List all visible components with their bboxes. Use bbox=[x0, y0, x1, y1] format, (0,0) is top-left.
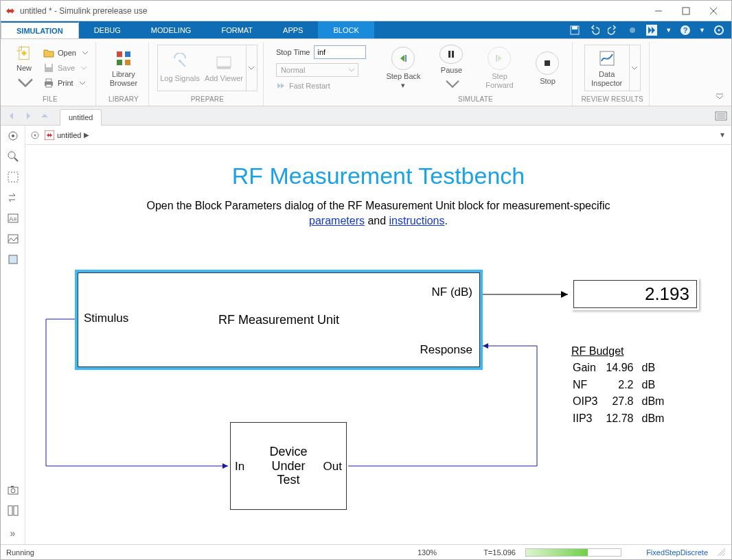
svg-text:A≡: A≡ bbox=[9, 215, 16, 222]
resize-grip-icon[interactable] bbox=[718, 548, 726, 557]
redo-icon[interactable] bbox=[608, 25, 619, 36]
svg-rect-28 bbox=[452, 51, 454, 58]
nav-back-button[interactable] bbox=[5, 109, 19, 123]
chevron-down-icon bbox=[82, 49, 89, 56]
stepforward-icon bbox=[494, 53, 505, 64]
status-solver[interactable]: FixedStepDiscrete bbox=[646, 548, 708, 557]
parameters-link[interactable]: parameters bbox=[309, 215, 365, 226]
model-tab[interactable]: untitled bbox=[60, 109, 102, 126]
svg-rect-2 bbox=[683, 8, 689, 14]
pin-icon[interactable] bbox=[31, 131, 39, 139]
stepfwd-label: Step Forward bbox=[480, 72, 518, 89]
nav-forward-button[interactable] bbox=[21, 109, 35, 123]
step-forward-button[interactable]: Step Forward bbox=[480, 45, 518, 91]
annotation-icon[interactable]: A≡ bbox=[7, 212, 19, 224]
display-block[interactable]: 2.193 bbox=[571, 278, 699, 310]
maximize-button[interactable] bbox=[672, 1, 700, 21]
fastrestart-icon bbox=[276, 81, 286, 91]
record-icon[interactable] bbox=[627, 25, 638, 36]
image-icon[interactable] bbox=[7, 233, 19, 245]
pause-button[interactable]: Pause bbox=[432, 45, 470, 91]
progress-bar bbox=[525, 548, 621, 557]
tab-apps[interactable]: APPS bbox=[268, 21, 318, 38]
tab-modeling[interactable]: MODELING bbox=[136, 21, 207, 38]
prepare-expand[interactable] bbox=[246, 45, 257, 91]
chevron-down-icon bbox=[348, 67, 355, 73]
log-signals-button[interactable]: Log Signals bbox=[158, 45, 202, 91]
statusbar: Running 130% T=15.096 FixedStepDiscrete bbox=[1, 544, 731, 559]
block-dut[interactable]: In Out Device Under Test bbox=[230, 422, 347, 510]
svg-rect-19 bbox=[125, 51, 130, 57]
fast-restart-button[interactable]: Fast Restart bbox=[276, 81, 330, 91]
block-name: RF Measurement Unit bbox=[78, 313, 479, 327]
minimize-button[interactable] bbox=[645, 1, 672, 21]
status-state: Running bbox=[6, 548, 34, 557]
block-rf-measurement-unit[interactable]: Stimulus NF (dB) Response RF Measurement… bbox=[78, 272, 480, 367]
tab-format[interactable]: FORMAT bbox=[206, 21, 268, 38]
group-review: Data Inspector REVIEW RESULTS bbox=[575, 42, 649, 106]
print-button[interactable]: Print bbox=[42, 76, 90, 90]
sim-mode-select[interactable]: Normal bbox=[276, 63, 358, 77]
window-title: untitled * - Simulink prerelease use bbox=[20, 6, 147, 16]
instructions-link[interactable]: instructions bbox=[389, 215, 445, 226]
app-icon bbox=[5, 5, 16, 16]
target-icon[interactable] bbox=[7, 130, 19, 142]
fit-icon[interactable] bbox=[7, 171, 19, 183]
add-viewer-button[interactable]: Add Viewer bbox=[202, 45, 246, 91]
nav-up-button[interactable] bbox=[38, 109, 52, 123]
fastforward-icon[interactable] bbox=[646, 25, 657, 36]
collapse-ribbon-icon[interactable] bbox=[715, 92, 724, 102]
stop-button[interactable]: Stop bbox=[528, 45, 567, 91]
group-file: New Open Save P bbox=[5, 42, 96, 106]
svg-point-47 bbox=[11, 489, 15, 493]
svg-rect-30 bbox=[545, 60, 550, 66]
stepback-label: Step Back ▾ bbox=[384, 72, 422, 89]
svg-rect-44 bbox=[8, 235, 18, 243]
save-icon bbox=[43, 62, 54, 73]
side-palette: A≡ » bbox=[1, 126, 25, 544]
svg-rect-24 bbox=[217, 57, 231, 67]
library-browser-button[interactable]: Library Browser bbox=[104, 45, 143, 91]
save-icon[interactable] bbox=[569, 25, 580, 36]
stop-icon bbox=[542, 58, 553, 69]
crumb-dropdown[interactable]: ▼ bbox=[719, 131, 726, 139]
undo-icon[interactable] bbox=[588, 25, 599, 36]
rf-budget-annotation: RF Budget Gain14.96dB NF2.2dB OIP327.8dB… bbox=[571, 344, 672, 428]
new-button[interactable]: New bbox=[10, 45, 38, 91]
chevron-down-icon bbox=[443, 76, 462, 91]
chevron-down-icon bbox=[79, 80, 86, 86]
camera-icon[interactable] bbox=[7, 484, 19, 496]
crumb-name[interactable]: untitled bbox=[57, 131, 81, 139]
open-button[interactable]: Open bbox=[42, 46, 90, 60]
tab-simulation[interactable]: SIMULATION bbox=[1, 21, 79, 38]
data-inspector-button[interactable]: Data Inspector bbox=[585, 45, 629, 91]
help-dropdown[interactable]: ▼ bbox=[699, 27, 705, 34]
svg-rect-45 bbox=[9, 255, 17, 264]
canvas[interactable]: RF Measurement Testbench Open the Block … bbox=[25, 145, 731, 544]
tab-block[interactable]: BLOCK bbox=[318, 21, 374, 38]
close-button[interactable] bbox=[700, 1, 727, 21]
group-library: Library Browser LIBRARY bbox=[99, 42, 149, 106]
review-expand[interactable] bbox=[629, 45, 640, 91]
port-nf: NF (dB) bbox=[432, 285, 473, 299]
port-response: Response bbox=[420, 343, 472, 357]
area-icon[interactable] bbox=[7, 253, 19, 266]
status-zoom[interactable]: 130% bbox=[418, 548, 437, 557]
qa-dropdown[interactable]: ▼ bbox=[665, 27, 672, 34]
preferences-icon[interactable] bbox=[713, 25, 724, 36]
svg-line-23 bbox=[180, 61, 185, 67]
ribbon: New Open Save P bbox=[1, 39, 731, 106]
tab-debug[interactable]: DEBUG bbox=[79, 21, 136, 38]
zoom-icon[interactable] bbox=[7, 150, 19, 163]
save-button[interactable]: Save bbox=[42, 61, 90, 75]
step-back-button[interactable]: Step Back ▾ bbox=[384, 45, 422, 91]
expand-palette-button[interactable]: » bbox=[10, 525, 16, 544]
keyboard-icon[interactable] bbox=[715, 111, 727, 121]
swap-icon[interactable] bbox=[7, 191, 19, 204]
crumb-expand-icon[interactable]: ▶ bbox=[84, 131, 89, 139]
stoptime-input[interactable] bbox=[314, 45, 366, 59]
svg-point-38 bbox=[12, 135, 14, 137]
explorer-icon[interactable] bbox=[7, 504, 19, 517]
viewer-icon bbox=[214, 53, 233, 72]
help-icon[interactable]: ? bbox=[680, 25, 691, 36]
